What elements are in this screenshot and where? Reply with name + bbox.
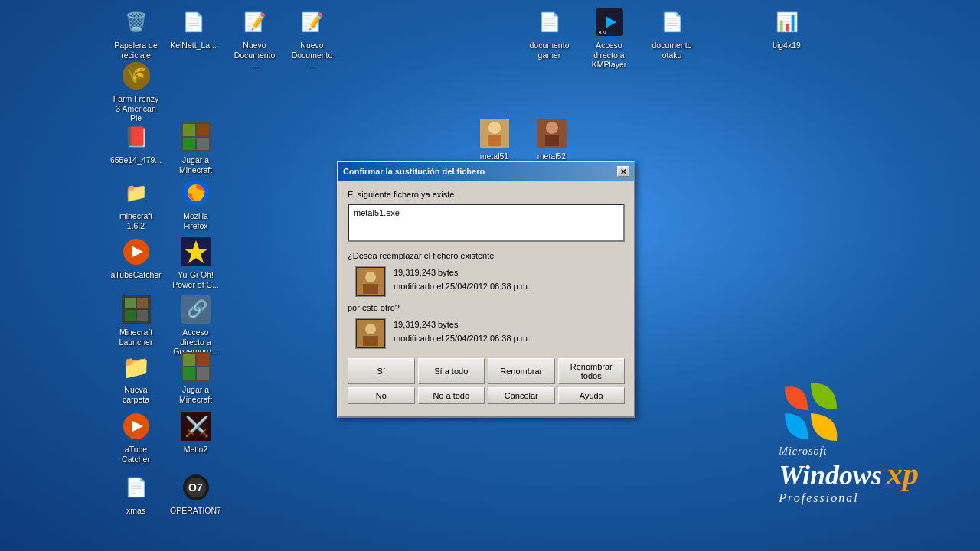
svg-rect-15	[545, 135, 559, 146]
metin2-icon: ⚔️	[181, 411, 211, 442]
dialog-si-todo-button[interactable]: Sí a todo	[418, 358, 485, 384]
dialog-titlebar: Confirmar la sustitución del fichero ✕	[338, 162, 634, 181]
desktop-icon-farmfrenzy[interactable]: 🌾 Farm Frenzy 3 American Pie	[107, 57, 165, 127]
docgamer-icon: 📄	[534, 7, 565, 37]
desktop-icon-metal51[interactable]: metal51	[466, 115, 523, 165]
dialog-filename: metal51.exe	[354, 208, 400, 217]
dialog-no-button[interactable]: No	[348, 387, 415, 404]
papelera-icon: 🗑️	[121, 7, 152, 37]
minecraft2-icon	[181, 351, 211, 382]
desktop-icon-atube2[interactable]: aTube Catcher	[107, 408, 165, 468]
desktop-icons-area: 🗑️ Papelera de reciclaje 📄 KeiNett_La...…	[0, 0, 245, 551]
dialog-renombrar-todos-button[interactable]: Renombrar todos	[558, 358, 626, 384]
nuevodoc1-icon: 📝	[240, 7, 270, 37]
kmplayer-icon: KM	[594, 7, 625, 37]
dialog-ayuda-button[interactable]: Ayuda	[558, 387, 626, 404]
winxp-logo: Microsoft Windows xp Professional	[779, 381, 919, 505]
winxp-professional-label: Professional	[779, 491, 919, 505]
desktop-icon-mclauncher[interactable]: Minecraft Launcher	[107, 291, 165, 350]
kmplayer-label: Acceso directo a KMPlayer	[583, 40, 635, 70]
desktop-icon-kmplayer[interactable]: KM Acceso directo a KMPlayer	[580, 4, 638, 73]
mclauncher-label: Minecraft Launcher	[110, 327, 162, 347]
winxp-windows-label: Windows xp	[779, 458, 919, 490]
desktop-icon-yugioh[interactable]: Yu-Gi-Oh! Power of C...	[167, 233, 224, 293]
xmas-label: xmas	[125, 505, 147, 517]
desktop-icon-xmas[interactable]: 📄 xmas	[107, 469, 165, 520]
keinett-icon: 📄	[178, 7, 209, 37]
nuevodoc2-icon: 📝	[297, 7, 328, 37]
firefox-label: Mozilla Firefox	[170, 210, 221, 231]
metal51-icon	[479, 118, 510, 148]
dialog-title: Confirmar la sustitución del fichero	[343, 167, 485, 176]
svg-rect-31	[197, 354, 209, 366]
dialog-buttons-row2: No No a todo Cancelar Ayuda	[348, 387, 625, 404]
svg-rect-46	[363, 336, 378, 346]
desktop-icon-docgamer[interactable]: 📄 documento gamer	[521, 4, 578, 64]
desktop-icon-nuevodoc1[interactable]: 📝 Nuevo Documento ...	[226, 4, 283, 73]
svg-point-45	[365, 324, 376, 334]
yugioh-label: Yu-Gi-Oh! Power of C...	[170, 269, 221, 290]
nuevacarpeta-icon: 📁	[121, 351, 152, 382]
desktop-icon-nuevodoc2[interactable]: 📝 Nuevo Documento ...	[283, 4, 341, 73]
dialog-file2-size: 19,319,243 bytes	[394, 318, 530, 332]
mclauncher-icon	[121, 294, 152, 324]
dialog-no-todo-button[interactable]: No a todo	[418, 387, 485, 404]
dialog-cancelar-button[interactable]: Cancelar	[488, 387, 555, 404]
metin2-label: Metin2	[182, 444, 210, 455]
svg-text:KM: KM	[599, 30, 607, 35]
desktop-icon-metal52[interactable]: metal52	[523, 115, 580, 165]
desktop-icon-docotaku[interactable]: 📄 documento otaku	[643, 4, 701, 64]
desktop-icon-nuevacarpeta[interactable]: 📁 Nueva carpeta	[107, 348, 165, 408]
mc162-label: minecraft 1.6.2	[110, 210, 162, 231]
dialog-file2-info: 19,319,243 bytes modificado el 25/04/201…	[348, 318, 625, 349]
dialog-file2-modified: modificado el 25/04/2012 06:38 p.m.	[394, 332, 530, 346]
desktop-icon-operation7[interactable]: O7 OPERATION7	[167, 469, 224, 520]
winxp-flag-icon	[779, 381, 840, 442]
desktop-icon-keinett[interactable]: 📄 KeiNett_La...	[165, 4, 222, 54]
svg-rect-30	[183, 354, 195, 366]
desktop-icon-papelera[interactable]: 🗑️ Papelera de reciclaje	[107, 4, 165, 64]
svg-rect-23	[125, 298, 136, 308]
metal52-icon	[537, 118, 567, 148]
docotaku-label: documento otaku	[646, 40, 697, 60]
dialog-si-button[interactable]: Sí	[348, 358, 415, 384]
yugioh-icon	[181, 236, 211, 267]
dialog-close-button[interactable]: ✕	[617, 166, 629, 177]
desktop-icon-minecraft2[interactable]: Jugar a Minecraft	[167, 348, 224, 408]
dialog-file1-icon	[355, 266, 386, 297]
xmas-icon: 📄	[121, 472, 152, 503]
svg-rect-24	[137, 298, 148, 308]
desktop-icon-655e14[interactable]: 📕 655e14_479...	[107, 119, 165, 169]
operation7-label: OPERATION7	[168, 505, 223, 517]
dialog-filename-box: metal51.exe	[348, 204, 625, 242]
desktop-icon-metin2[interactable]: ⚔️ Metin2	[167, 408, 224, 458]
minecraft1-label: Jugar a Minecraft	[170, 155, 221, 175]
keinett-label: KeiNett_La...	[168, 40, 218, 51]
dialog-question-label: ¿Desea reemplazar el fichero existente	[348, 251, 625, 260]
655e14-icon: 📕	[121, 122, 152, 152]
svg-rect-12	[488, 135, 501, 146]
dialog-file2-details: 19,319,243 bytes modificado el 25/04/201…	[394, 318, 530, 345]
dialog-file1-info: 19,319,243 bytes modificado el 25/04/201…	[348, 266, 625, 297]
svg-text:O7: O7	[188, 481, 203, 494]
atube2-label: aTube Catcher	[110, 444, 162, 465]
svg-text:🌾: 🌾	[126, 64, 147, 85]
svg-rect-43	[363, 284, 378, 294]
svg-rect-9	[197, 138, 209, 150]
desktop-icon-big4x19[interactable]: 📊 big4x19	[758, 4, 815, 54]
nuevacarpeta-label: Nueva carpeta	[110, 384, 162, 405]
dialog-renombrar-button[interactable]: Renombrar	[488, 358, 555, 384]
svg-text:⚔️: ⚔️	[185, 414, 210, 439]
desktop-icon-atube1[interactable]: aTubeCatcher	[107, 233, 165, 284]
mc162-icon: 📁	[121, 178, 152, 208]
svg-rect-7	[197, 124, 209, 136]
desktop-icon-firefox[interactable]: Mozilla Firefox	[167, 174, 224, 234]
svg-rect-25	[125, 310, 136, 321]
svg-rect-33	[197, 367, 209, 380]
farmfrenzy-icon: 🌾	[121, 60, 152, 91]
desktop-icon-mc162[interactable]: 📁 minecraft 1.6.2	[107, 174, 165, 234]
dialog-file2-icon	[355, 318, 386, 349]
minecraft2-label: Jugar a Minecraft	[170, 384, 221, 405]
operation7-icon: O7	[181, 472, 211, 503]
desktop-icon-minecraft1[interactable]: Jugar a Minecraft	[167, 119, 224, 178]
